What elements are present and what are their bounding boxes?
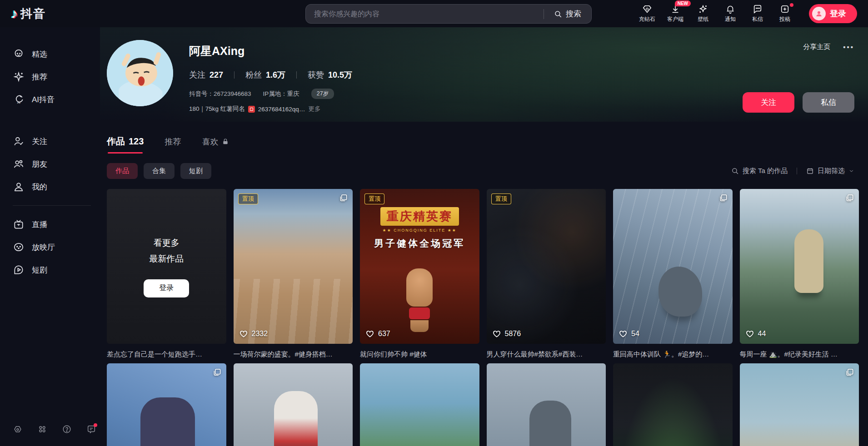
avatar[interactable]: [107, 40, 173, 106]
more-options-icon[interactable]: •••: [843, 43, 854, 51]
sidebar-item-short-drama[interactable]: 短剧: [13, 258, 100, 281]
video-card[interactable]: [613, 363, 733, 446]
tab-works-label: 作品: [107, 135, 125, 148]
bio-more-link[interactable]: 更多: [308, 105, 320, 113]
video-card[interactable]: 置顶 2332: [234, 189, 353, 344]
svg-text:AI: AI: [17, 100, 20, 104]
video-cell: [234, 363, 353, 446]
video-caption[interactable]: 差点忘了自己是一个短跑选手…: [107, 349, 226, 359]
like-count: 44: [745, 329, 766, 338]
douyin-logo[interactable]: ♪ 抖音: [0, 6, 100, 22]
stat-following[interactable]: 关注 227: [189, 69, 223, 80]
search-button[interactable]: 搜索: [544, 5, 591, 23]
stat-separator: [234, 71, 234, 79]
feedback-button[interactable]: [86, 424, 96, 436]
bell-icon: [725, 4, 735, 14]
sidebar-item-live[interactable]: 直播: [13, 213, 100, 236]
stat-likes[interactable]: 获赞 10.5万: [308, 69, 352, 80]
sidebar-gap: [13, 111, 100, 130]
sidebar-item-ai-douyin[interactable]: AI AI抖音: [13, 88, 100, 111]
date-filter-label: 日期筛选: [818, 167, 845, 175]
video-card[interactable]: [234, 363, 353, 446]
follow-button[interactable]: 关注: [743, 92, 794, 113]
like-count: 54: [619, 329, 639, 338]
filter-pill-works[interactable]: 作品: [107, 163, 138, 179]
chevron-down-icon: [848, 168, 854, 174]
video-card[interactable]: 54: [613, 189, 733, 344]
video-caption[interactable]: 重回高中体训队 🏃。#追梦的…: [613, 349, 733, 359]
tools-separator: [797, 168, 797, 174]
video-grid-row1: 看更多 最新作品 登录 差点忘了自己是一个短跑选手… 置顶 2332: [107, 189, 859, 359]
sparkle-icon: [13, 71, 25, 83]
video-caption[interactable]: 就问你们帅不帅 #健体: [360, 349, 479, 359]
wallpaper-label: 壁纸: [698, 15, 708, 23]
video-caption[interactable]: 每周一座 ⛰️。#纪录美好生活 …: [740, 349, 859, 359]
message-button[interactable]: 私信: [803, 92, 854, 113]
video-card[interactable]: 黑犬: [740, 363, 859, 446]
client-download-button[interactable]: NEW 客户端: [667, 4, 683, 23]
ai-douyin-icon: AI: [13, 94, 25, 105]
profile-info: 阿星AXing 关注 227 粉丝 1.6万 获赞 10.5万: [189, 44, 352, 113]
tab-recommend[interactable]: 推荐: [165, 136, 181, 147]
cinema-icon: [13, 241, 25, 253]
video-card[interactable]: 44: [740, 189, 859, 344]
login-prompt-card[interactable]: 看更多 最新作品 登录: [107, 189, 226, 344]
video-caption[interactable]: 男人穿什么最帅#禁欲系#西装…: [487, 349, 606, 359]
stat-following-value: 227: [210, 70, 223, 80]
filter-tools: 搜索 Ta 的作品 日期筛选: [731, 167, 854, 175]
top-bar: ♪ 抖音 搜索 充钻石 NEW 客户端 壁纸 通知 私信: [0, 0, 868, 27]
share-profile-link[interactable]: 分享主页: [803, 43, 830, 51]
red-book-icon: [248, 106, 255, 113]
video-card[interactable]: [487, 363, 606, 446]
sidebar-item-cinema[interactable]: 放映厅: [13, 236, 100, 258]
tab-likes[interactable]: 喜欢: [202, 136, 229, 147]
see-more-text: 看更多 最新作品: [149, 235, 184, 266]
video-card[interactable]: [107, 363, 226, 446]
search-input[interactable]: [306, 10, 544, 18]
content-tabs: 作品 123 推荐 喜欢: [107, 135, 868, 148]
recharge-label: 充钻石: [639, 15, 655, 23]
card-login-button[interactable]: 登录: [144, 279, 189, 297]
date-filter-button[interactable]: 日期筛选: [806, 167, 854, 175]
share-row: 分享主页 •••: [803, 43, 854, 51]
messages-button[interactable]: 私信: [750, 4, 765, 23]
sidebar-item-featured[interactable]: 精选: [13, 43, 100, 65]
tab-works[interactable]: 作品 123: [107, 135, 144, 148]
sidebar: 精选 推荐 AI AI抖音 关注 朋友 我的 直播: [0, 27, 100, 446]
help-button[interactable]: [62, 424, 72, 436]
video-cell: 置顶 2332 一场荷尔蒙的盛宴。#健身搭档…: [234, 189, 353, 359]
follow-user-icon: [13, 135, 25, 147]
recharge-button[interactable]: 充钻石: [639, 4, 655, 23]
settings-button[interactable]: [13, 424, 23, 436]
notifications-button[interactable]: 通知: [723, 4, 738, 23]
pinned-badge: 置顶: [491, 193, 511, 204]
sidebar-item-mine[interactable]: 我的: [13, 175, 100, 198]
login-button[interactable]: 登录: [809, 4, 857, 23]
gear-icon: [13, 424, 23, 434]
sidebar-item-friends[interactable]: 朋友: [13, 153, 100, 175]
wallpaper-button[interactable]: 壁纸: [695, 4, 711, 23]
apps-button[interactable]: [37, 424, 47, 436]
douyin-note-icon: ♪: [11, 7, 18, 20]
login-avatar-icon: [812, 7, 826, 20]
video-card[interactable]: 置顶 重庆精英赛 ★★ CHONGQING ELITE ★★ 男子健体全场冠军 …: [360, 189, 479, 344]
ip-location: IP属地：重庆: [263, 90, 299, 98]
filter-pill-short-drama[interactable]: 短剧: [180, 163, 211, 179]
sidebar-label-live: 直播: [32, 219, 47, 230]
video-card[interactable]: [360, 363, 479, 446]
sidebar-item-following[interactable]: 关注: [13, 130, 100, 153]
like-count: 637: [365, 329, 390, 338]
sidebar-label-short-drama: 短剧: [32, 265, 47, 275]
stat-followers[interactable]: 粉丝 1.6万: [245, 69, 285, 80]
upload-label: 投稿: [779, 15, 790, 23]
video-grid-row2: 黑犬: [107, 363, 859, 446]
sidebar-item-recommend[interactable]: 推荐: [13, 65, 100, 88]
video-caption[interactable]: 一场荷尔蒙的盛宴。#健身搭档…: [234, 349, 353, 359]
video-card[interactable]: 置顶 5876: [487, 189, 606, 344]
heart-icon: [745, 329, 754, 338]
search-works-button[interactable]: 搜索 Ta 的作品: [731, 167, 788, 175]
upload-button[interactable]: 投稿: [777, 4, 793, 23]
profile-bio: 180｜75kg 红薯同名 2637684162qq… 更多: [189, 105, 352, 113]
profile-name: 阿星AXing: [189, 44, 352, 59]
filter-pill-collections[interactable]: 合集: [144, 163, 175, 179]
